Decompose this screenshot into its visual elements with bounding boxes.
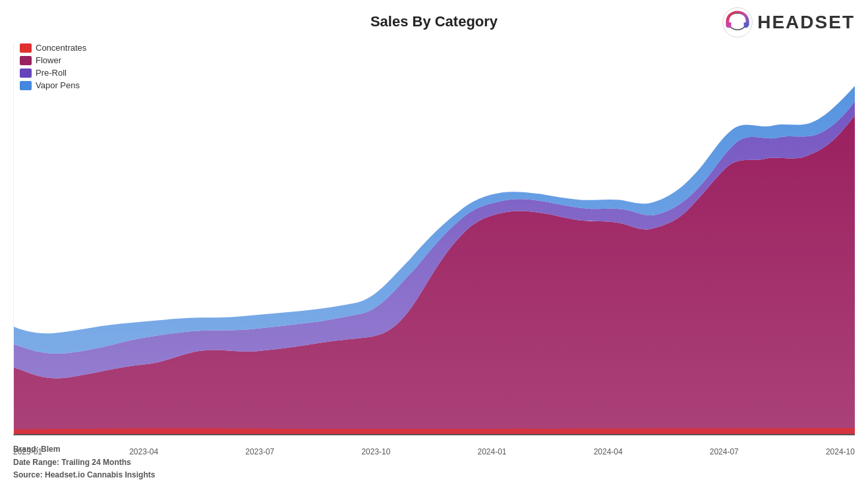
footer-source: Source: Headset.io Cannabis Insights [13, 469, 155, 481]
date-range-value: Trailing 24 Months [61, 458, 130, 467]
chart-svg [14, 43, 855, 434]
footer: Brand: Blem Date Range: Trailing 24 Mont… [13, 443, 155, 481]
x-label-7: 2024-10 [826, 447, 855, 456]
date-range-label: Date Range: [13, 458, 59, 467]
brand-value: Blem [41, 445, 60, 454]
source-value: Headset.io Cannabis Insights [45, 470, 155, 479]
logo-text: HEADSET [757, 12, 855, 33]
brand-label: Brand: [13, 445, 39, 454]
x-label-3: 2023-10 [361, 447, 390, 456]
chart-area [13, 43, 855, 435]
logo: HEADSET [722, 7, 855, 38]
source-label: Source: [13, 470, 43, 479]
headset-logo-icon [722, 7, 753, 38]
x-label-2: 2023-07 [245, 447, 274, 456]
footer-brand: Brand: Blem [13, 443, 155, 456]
x-label-5: 2024-04 [594, 447, 623, 456]
chart-container: Sales By Category HEADSET Conc [0, 0, 868, 488]
x-label-4: 2024-01 [478, 447, 507, 456]
footer-date-range: Date Range: Trailing 24 Months [13, 456, 155, 469]
x-label-6: 2024-07 [710, 447, 739, 456]
